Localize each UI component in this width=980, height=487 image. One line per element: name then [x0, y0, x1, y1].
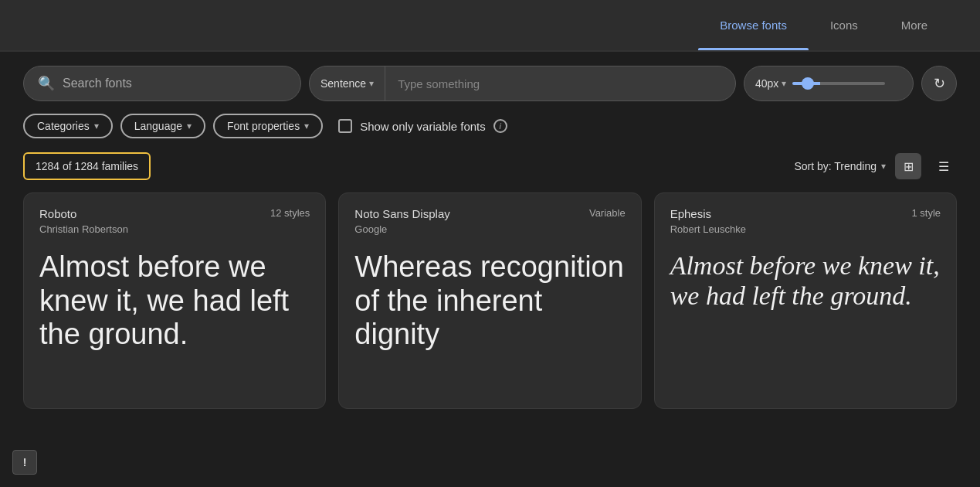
list-view-icon: ☰ — [938, 159, 949, 174]
size-label[interactable]: 40px ▾ — [755, 77, 786, 90]
filter-bar: Categories ▾ Language ▾ Font properties … — [0, 109, 980, 146]
font-preview: Almost before we knew it, we had left th… — [39, 244, 310, 396]
variable-fonts-label: Show only variable fonts — [360, 120, 486, 133]
font-preview: Almost before we knew it, we had left th… — [670, 244, 941, 396]
variable-fonts-info-icon[interactable]: i — [493, 119, 507, 133]
font-card-ephesis[interactable]: Ephesis 1 style Robert Leuschke Almost b… — [654, 192, 957, 409]
nav-browse-fonts[interactable]: Browse fonts — [698, 0, 809, 50]
font-preview-text: Almost before we knew it, we had left th… — [39, 250, 310, 352]
alert-icon: ! — [23, 456, 27, 468]
font-name: Ephesis — [670, 207, 711, 220]
grid-view-icon: ⊞ — [904, 159, 914, 174]
size-slider[interactable] — [792, 82, 885, 85]
font-preview-text: Almost before we knew it, we had left th… — [670, 250, 941, 311]
variable-fonts-checkbox[interactable] — [338, 119, 352, 133]
categories-button[interactable]: Categories ▾ — [23, 114, 113, 138]
search-input[interactable] — [63, 77, 287, 90]
font-card-header: Noto Sans Display Variable — [354, 207, 625, 220]
sentence-chevron-icon: ▾ — [369, 78, 374, 89]
font-name: Noto Sans Display — [354, 207, 449, 220]
language-chevron-icon: ▾ — [187, 121, 192, 131]
list-view-button[interactable]: ☰ — [931, 153, 957, 179]
nav-more[interactable]: More — [880, 0, 949, 50]
type-something-input[interactable] — [385, 66, 735, 100]
font-card-header: Ephesis 1 style — [670, 207, 941, 220]
grid-view-button[interactable]: ⊞ — [895, 153, 921, 179]
sort-chevron-icon: ▾ — [881, 161, 886, 172]
font-grid: Roboto 12 styles Christian Robertson Alm… — [0, 186, 980, 424]
search-area: 🔍 Sentence ▾ 40px ▾ ↻ — [0, 52, 980, 109]
categories-chevron-icon: ▾ — [94, 121, 99, 131]
nav-icons[interactable]: Icons — [809, 0, 880, 50]
font-author: Robert Leuschke — [670, 223, 941, 235]
size-chevron-icon: ▾ — [782, 78, 786, 89]
variable-filter: Show only variable fonts i — [338, 119, 507, 133]
refresh-icon: ↻ — [934, 75, 945, 92]
font-meta: 1 style — [911, 207, 941, 219]
preview-controls: Sentence ▾ — [309, 66, 736, 101]
size-controls: 40px ▾ — [744, 66, 914, 101]
font-meta: 12 styles — [270, 207, 310, 219]
font-meta: Variable — [589, 207, 626, 219]
font-card-header: Roboto 12 styles — [39, 207, 310, 220]
font-preview-text: Whereas recognition of the inherent dign… — [354, 250, 625, 352]
top-navigation: Browse fonts Icons More — [0, 0, 980, 52]
language-button[interactable]: Language ▾ — [120, 114, 205, 138]
font-properties-chevron-icon: ▾ — [304, 121, 309, 131]
font-preview: Whereas recognition of the inherent dign… — [354, 244, 625, 396]
search-box[interactable]: 🔍 — [23, 66, 301, 101]
refresh-button[interactable]: ↻ — [921, 66, 957, 101]
sentence-dropdown[interactable]: Sentence ▾ — [310, 66, 385, 100]
font-author: Christian Robertson — [39, 223, 310, 235]
font-properties-button[interactable]: Font properties ▾ — [213, 114, 323, 138]
alert-icon-button[interactable]: ! — [12, 450, 37, 475]
font-name: Roboto — [39, 207, 76, 220]
search-icon: 🔍 — [38, 75, 55, 92]
font-card-roboto[interactable]: Roboto 12 styles Christian Robertson Alm… — [23, 192, 326, 409]
font-card-noto[interactable]: Noto Sans Display Variable Google Wherea… — [338, 192, 641, 409]
sort-controls: Sort by: Trending ▾ ⊞ ☰ — [794, 153, 957, 179]
sort-by-dropdown[interactable]: Sort by: Trending ▾ — [794, 160, 886, 172]
font-author: Google — [354, 223, 625, 235]
results-bar: 1284 of 1284 families Sort by: Trending … — [0, 146, 980, 186]
results-count: 1284 of 1284 families — [23, 152, 151, 180]
